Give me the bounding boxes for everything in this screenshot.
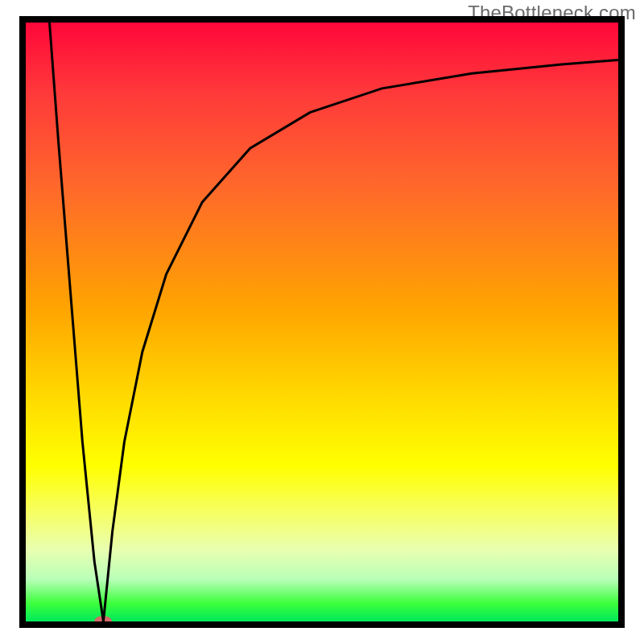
frame-border-top xyxy=(19,16,625,23)
curve-right-branch xyxy=(103,60,621,621)
frame-border-left xyxy=(19,16,26,628)
curve-left-branch xyxy=(49,23,103,621)
chart-frame: TheBottleneck.com xyxy=(0,0,644,644)
plot-area xyxy=(23,23,621,621)
bottleneck-curve xyxy=(23,23,621,621)
frame-border-bottom xyxy=(19,621,625,628)
frame-border-right xyxy=(618,16,625,628)
